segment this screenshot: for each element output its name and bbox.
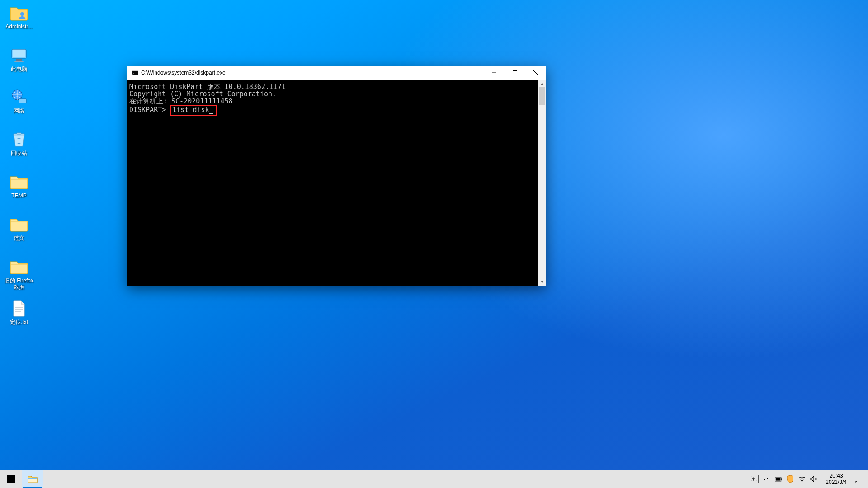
taskbar-clock[interactable]: 20:43 2021/3/4 xyxy=(822,473,850,485)
svg-rect-22 xyxy=(855,476,862,481)
scroll-up-arrow-icon[interactable]: ▲ xyxy=(538,80,546,87)
windows-logo-icon xyxy=(7,475,15,483)
svg-rect-15 xyxy=(11,479,15,483)
start-button[interactable] xyxy=(0,470,22,488)
svg-rect-9 xyxy=(132,70,138,71)
file-explorer-icon xyxy=(28,475,38,483)
svg-point-21 xyxy=(802,481,802,482)
folder-icon xyxy=(8,258,30,277)
wifi-icon[interactable] xyxy=(798,475,806,483)
close-button[interactable] xyxy=(525,66,546,80)
desktop-icon-label: 网络 xyxy=(2,108,36,114)
svg-rect-17 xyxy=(28,478,37,479)
desktop-icon-label: TEMP xyxy=(2,192,36,199)
svg-text:>_: >_ xyxy=(132,72,137,75)
svg-point-0 xyxy=(20,12,24,16)
window-titlebar[interactable]: >_ C:\Windows\system32\diskpart.exe xyxy=(127,66,546,80)
desktop-icon-temp-folder[interactable]: TEMP xyxy=(2,173,36,199)
svg-rect-4 xyxy=(14,61,24,62)
ime-indicator[interactable]: 五 xyxy=(750,475,759,483)
window-title: C:\Windows\system32\diskpart.exe xyxy=(141,70,484,76)
diskpart-window[interactable]: >_ C:\Windows\system32\diskpart.exe Micr… xyxy=(127,66,546,286)
show-desktop-button[interactable] xyxy=(865,470,868,488)
vertical-scrollbar[interactable]: ▲ ▼ xyxy=(538,80,546,286)
svg-rect-12 xyxy=(7,475,11,479)
console-line: Microsoft DiskPart 版本 10.0.18362.1171 xyxy=(129,83,538,90)
desktop[interactable]: Administr... 此电脑 网络 xyxy=(0,0,868,488)
desktop-icon-fanwen-folder[interactable]: 范文 xyxy=(2,215,36,241)
svg-rect-6 xyxy=(19,99,26,103)
svg-rect-20 xyxy=(776,478,781,480)
desktop-icon-this-pc[interactable]: 此电脑 xyxy=(2,46,36,72)
console-output[interactable]: Microsoft DiskPart 版本 10.0.18362.1171Cop… xyxy=(127,80,538,286)
console-line: Copyright (C) Microsoft Corporation. xyxy=(129,90,538,98)
desktop-icon-old-firefox-folder[interactable]: 旧的 Firefox 数据 xyxy=(2,258,36,290)
action-center-icon[interactable] xyxy=(855,475,862,483)
scroll-thumb[interactable] xyxy=(539,87,545,105)
console-icon: >_ xyxy=(131,69,138,76)
desktop-icon-dingwei-txt[interactable]: 定位.txt xyxy=(2,299,36,325)
desktop-icon-label: Administr... xyxy=(2,23,36,30)
console-line: 在计算机上: SC-202011111458 xyxy=(129,98,538,105)
window-body: Microsoft DiskPart 版本 10.0.18362.1171Cop… xyxy=(127,80,546,286)
clock-time: 20:43 xyxy=(826,473,847,479)
desktop-icon-network[interactable]: 网络 xyxy=(2,88,36,114)
scroll-down-arrow-icon[interactable]: ▼ xyxy=(538,278,546,286)
desktop-icon-label: 回收站 xyxy=(2,150,36,156)
system-tray[interactable]: 五 20:43 2021/3/4 xyxy=(747,470,865,488)
text-cursor xyxy=(209,108,213,114)
desktop-icon-label: 此电脑 xyxy=(2,66,36,72)
svg-rect-13 xyxy=(11,475,15,479)
folder-icon xyxy=(8,173,30,192)
monitor-icon xyxy=(8,46,30,65)
console-prompt: DISKPART> xyxy=(129,106,170,114)
minimize-button[interactable] xyxy=(484,66,505,80)
desktop-icon-administrator[interactable]: Administr... xyxy=(2,4,36,30)
desktop-icon-label: 范文 xyxy=(2,235,36,241)
folder-user-icon xyxy=(8,4,30,23)
maximize-button[interactable] xyxy=(505,66,525,80)
svg-rect-2 xyxy=(13,50,25,57)
svg-rect-19 xyxy=(782,478,783,480)
tray-chevron-up-icon[interactable] xyxy=(763,475,770,483)
folder-icon xyxy=(8,215,30,234)
battery-icon[interactable] xyxy=(775,475,782,483)
text-file-icon xyxy=(8,299,30,318)
clock-date: 2021/3/4 xyxy=(826,479,847,485)
taskbar-spacer xyxy=(43,470,747,488)
svg-rect-14 xyxy=(7,479,11,483)
console-prompt-line: DISKPART> list disk xyxy=(129,105,538,116)
desktop-icon-label: 旧的 Firefox 数据 xyxy=(2,277,36,290)
highlighted-command: list disk xyxy=(170,105,216,116)
desktop-icon-recycle-bin[interactable]: 回收站 xyxy=(2,130,36,156)
globe-icon xyxy=(8,88,30,107)
recycle-bin-icon xyxy=(8,130,30,149)
volume-icon[interactable] xyxy=(810,475,817,483)
svg-rect-3 xyxy=(16,59,22,61)
security-shield-icon[interactable] xyxy=(787,475,794,483)
command-text: list disk xyxy=(172,106,209,114)
svg-rect-11 xyxy=(513,71,517,75)
taskbar-item-explorer[interactable] xyxy=(22,470,43,488)
desktop-icon-label: 定位.txt xyxy=(2,319,36,325)
taskbar[interactable]: 五 20:43 2021/3/4 xyxy=(0,470,868,488)
